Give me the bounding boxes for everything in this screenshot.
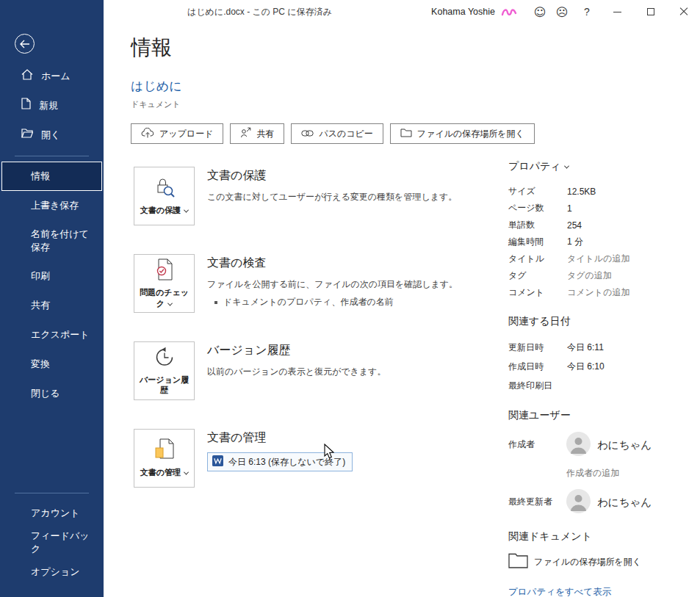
copy-path-button[interactable]: パスのコピー bbox=[291, 123, 383, 144]
properties-header[interactable]: プロパティ bbox=[508, 160, 700, 173]
sidebar-item-label: 上書き保存 bbox=[31, 199, 79, 212]
show-all-properties-link[interactable]: プロパティをすべて表示 bbox=[508, 586, 611, 597]
sidebar-item-open[interactable]: 開く bbox=[0, 120, 104, 150]
share-icon bbox=[240, 127, 251, 140]
share-button-label: 共有 bbox=[256, 128, 274, 140]
sidebar-item-share[interactable]: 共有 bbox=[0, 291, 104, 320]
chevron-down-icon bbox=[564, 163, 569, 168]
sidebar-item-close[interactable]: 閉じる bbox=[0, 379, 104, 408]
sidebar-item-label: 情報 bbox=[31, 170, 50, 183]
sidebar-item-new[interactable]: 新規 bbox=[0, 91, 104, 120]
date-row-last-printed: 最終印刷日 bbox=[508, 376, 700, 395]
bullet-icon bbox=[214, 301, 217, 304]
sidebar-item-label: 変換 bbox=[31, 358, 50, 371]
folder-icon bbox=[508, 553, 528, 571]
section-title: バージョン履歴 bbox=[207, 343, 386, 358]
manage-document-button-label: 文書の管理 bbox=[140, 467, 188, 477]
sidebar-item-save-as[interactable]: 名前を付けて保存 bbox=[0, 220, 104, 261]
section-title: 文書の保護 bbox=[207, 168, 457, 184]
section-text: 文書の保護 この文書に対してユーザーが行える変更の種類を管理します。 bbox=[207, 167, 457, 225]
sidebar-item-print[interactable]: 印刷 bbox=[0, 261, 104, 291]
version-history-icon bbox=[154, 347, 176, 370]
account-user-name[interactable]: Kohama Yoshie bbox=[431, 7, 495, 17]
related-documents-header-label: 関連ドキュメント bbox=[508, 530, 592, 543]
maximize-button[interactable] bbox=[634, 0, 667, 23]
author-person[interactable]: わにちゃん bbox=[566, 432, 652, 459]
sidebar-item-label: ホーム bbox=[41, 70, 71, 83]
related-people-header-label: 関連ユーザー bbox=[508, 409, 571, 422]
property-row-size: サイズ 12.5KB bbox=[508, 183, 700, 200]
word-backstage-info: ホーム 新規 開く 情報 上書き保存 名前を付けて保存 印刷 bbox=[0, 0, 700, 597]
last-modified-by-row: 最終更新者 わにちゃん bbox=[508, 489, 700, 516]
section-protect-document: 文書の保護 文書の保護 この文書に対してユーザーが行える変更の種類を管理します。 bbox=[134, 167, 486, 225]
section-inspect-document: 問題のチェック 文書の検査 ファイルを公開する前に、ファイルの次の項目を確認しま… bbox=[134, 254, 486, 313]
manage-document-button[interactable]: 文書の管理 bbox=[134, 429, 195, 488]
properties-rows: サイズ 12.5KB ページ数 1 単語数 254 編集時間 1 分 タイトル bbox=[508, 183, 700, 301]
open-file-location-link[interactable]: ファイルの保存場所を開く bbox=[508, 553, 700, 571]
sidebar-item-feedback[interactable]: フィードバック bbox=[0, 528, 104, 557]
sidebar-divider bbox=[15, 493, 89, 493]
related-dates-header: 関連する日付 bbox=[508, 315, 700, 328]
avatar bbox=[566, 489, 591, 516]
help-button[interactable]: ? bbox=[573, 0, 601, 23]
sidebar-item-label: フィードバック bbox=[31, 529, 98, 556]
folder-icon bbox=[400, 128, 412, 140]
related-dates-header-label: 関連する日付 bbox=[508, 315, 571, 328]
sidebar-item-info[interactable]: 情報 bbox=[1, 162, 102, 191]
feedback-smile-icon[interactable]: ☺ bbox=[529, 0, 551, 23]
last-modified-by-name: わにちゃん bbox=[597, 496, 652, 510]
protect-document-button[interactable]: 文書の保護 bbox=[134, 167, 195, 225]
related-documents-header: 関連ドキュメント bbox=[508, 530, 700, 543]
section-title: 文書の検査 bbox=[207, 256, 458, 271]
minimize-button[interactable] bbox=[601, 0, 634, 23]
sidebar-item-label: アカウント bbox=[31, 507, 80, 520]
upload-button-label: アップロード bbox=[159, 128, 213, 140]
feedback-frown-icon[interactable]: ☹ bbox=[551, 0, 573, 23]
section-text: バージョン履歴 以前のバージョンの表示と復元ができます。 bbox=[207, 341, 386, 400]
add-comment-field[interactable]: コメントの追加 bbox=[567, 286, 629, 299]
sidebar-item-label: 印刷 bbox=[31, 269, 50, 283]
add-author-field[interactable]: 作成者の追加 bbox=[566, 467, 700, 480]
back-arrow-icon bbox=[19, 40, 30, 48]
author-row: 作成者 わにちゃん bbox=[508, 432, 700, 459]
last-modified-by-person[interactable]: わにちゃん bbox=[566, 489, 652, 516]
sidebar-item-save[interactable]: 上書き保存 bbox=[0, 191, 104, 220]
unsaved-version-entry[interactable]: 今日 6:13 (保存しないで終了) bbox=[207, 452, 353, 471]
sidebar-item-transform[interactable]: 変換 bbox=[0, 350, 104, 379]
sidebar-item-account[interactable]: アカウント bbox=[0, 499, 104, 528]
titlebar-right-group: Kohama Yoshie ☺ ☹ ? bbox=[431, 0, 700, 23]
back-button[interactable] bbox=[15, 34, 35, 54]
chevron-down-icon bbox=[184, 208, 189, 213]
sidebar-item-home[interactable]: ホーム bbox=[0, 62, 104, 91]
chevron-down-icon bbox=[167, 300, 173, 305]
document-type-label: ドキュメント bbox=[131, 99, 700, 110]
sidebar-item-label: 新規 bbox=[39, 99, 58, 112]
sidebar-item-label: 開く bbox=[41, 129, 60, 142]
property-row-tags: タグ タグの追加 bbox=[508, 267, 700, 284]
close-icon bbox=[679, 7, 688, 16]
minimize-icon bbox=[613, 12, 621, 12]
open-file-location-button[interactable]: ファイルの保存場所を開く bbox=[390, 123, 535, 144]
check-for-issues-button[interactable]: 問題のチェック bbox=[134, 254, 195, 313]
version-history-button[interactable]: バージョン履歴 bbox=[134, 341, 195, 400]
upload-button[interactable]: アップロード bbox=[131, 123, 223, 144]
protect-document-icon bbox=[154, 176, 176, 200]
sidebar-item-label: オプション bbox=[31, 565, 80, 579]
related-people-header: 関連ユーザー bbox=[508, 409, 700, 422]
account-avatar-scribble-icon[interactable] bbox=[501, 7, 517, 17]
sidebar-item-label: 共有 bbox=[31, 299, 50, 312]
open-file-location-label: ファイルの保存場所を開く bbox=[417, 128, 524, 140]
related-dates-rows: 更新日時 今日 6:11 作成日時 今日 6:10 最終印刷日 bbox=[508, 338, 700, 395]
section-description: この文書に対してユーザーが行える変更の種類を管理します。 bbox=[207, 190, 457, 203]
section-manage-document: 文書の管理 文書の管理 今日 6:13 (保存しないで終了) bbox=[134, 429, 486, 488]
info-pane: 情報 はじめに ドキュメント アップロード 共有 パスのコピー ファイルの保存場… bbox=[104, 23, 700, 597]
sidebar-item-options[interactable]: オプション bbox=[0, 557, 104, 587]
sidebar-bottom-group: アカウント フィードバック オプション bbox=[0, 487, 104, 587]
add-title-field[interactable]: タイトルの追加 bbox=[567, 253, 629, 265]
share-button[interactable]: 共有 bbox=[230, 123, 284, 144]
sidebar-item-export[interactable]: エクスポート bbox=[0, 320, 104, 350]
add-tag-field[interactable]: タグの追加 bbox=[567, 269, 612, 282]
open-folder-icon bbox=[21, 129, 33, 142]
close-button[interactable] bbox=[667, 0, 700, 23]
titlebar: はじめに.docx - この PC に保存済み Kohama Yoshie ☺ … bbox=[104, 0, 700, 23]
